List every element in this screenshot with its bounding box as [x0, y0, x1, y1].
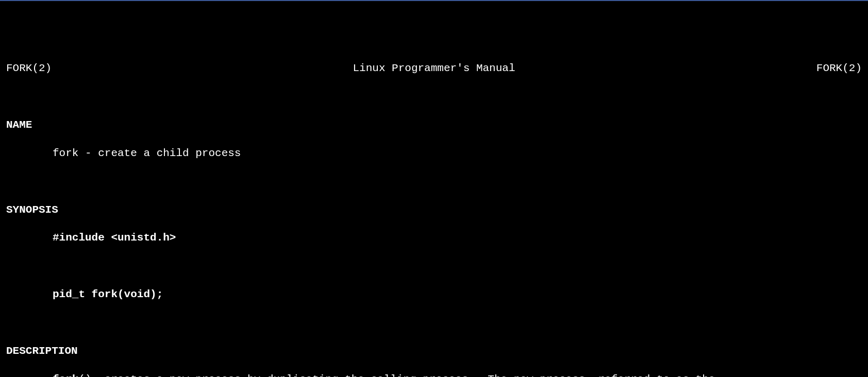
section-synopsis-header: SYNOPSIS [6, 203, 862, 217]
section-name-header: NAME [6, 118, 862, 132]
intro-p1-a: () creates a new process by duplicating … [78, 373, 715, 377]
synopsis-include: #include <unistd.h> [6, 231, 862, 245]
description-intro-line1: fork() creates a new process by duplicat… [6, 372, 862, 377]
header-center: Linux Programmer's Manual [353, 61, 515, 75]
name-text: fork - create a child process [6, 146, 862, 160]
fork-fn: fork [53, 373, 78, 377]
synopsis-decl: pid_t fork(void); [6, 287, 862, 301]
section-description-header: DESCRIPTION [6, 344, 862, 358]
header-right: FORK(2) [816, 61, 862, 75]
manpage-header: FORK(2) Linux Programmer's Manual FORK(2… [6, 61, 862, 75]
header-left: FORK(2) [6, 61, 52, 75]
